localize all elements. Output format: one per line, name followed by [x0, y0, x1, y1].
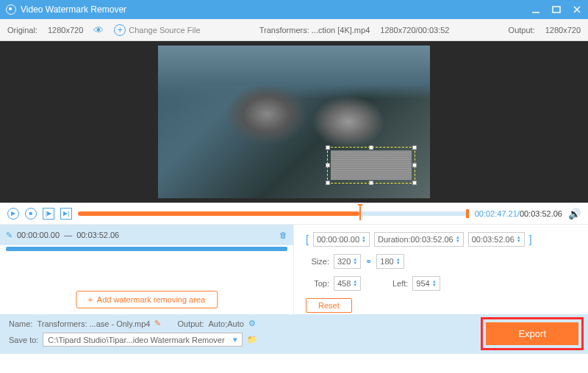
stop-button[interactable]: ■ [25, 208, 37, 220]
segment-start: 00:00:00.00 [17, 231, 60, 239]
preview-toggle-icon[interactable]: 👁 [93, 24, 104, 36]
save-path-input[interactable]: C:\Tipard Studio\Tipar...ideo Watermark … [43, 333, 242, 347]
left-input[interactable]: 954▲▼ [412, 276, 440, 291]
change-source-label: Change Source File [129, 26, 200, 35]
delete-segment-icon[interactable]: 🗑 [279, 231, 287, 239]
timeline-time: 00:02:47.21/00:03:52.06 [475, 209, 562, 218]
output-settings-icon[interactable]: ⚙ [248, 319, 256, 328]
maximize-button[interactable] [551, 4, 562, 15]
app-logo-icon [6, 4, 16, 15]
export-button[interactable]: Export [486, 322, 578, 345]
mark-out-button[interactable]: ▶] [60, 208, 72, 220]
spin-down[interactable]: ▼ [362, 239, 366, 243]
edit-name-icon[interactable]: ✎ [154, 319, 161, 328]
resize-handle[interactable] [412, 181, 417, 185]
timeline-progress [78, 211, 359, 216]
titlebar: Video Watermark Remover [0, 0, 588, 19]
width-input[interactable]: 320▲▼ [334, 254, 361, 269]
duration-input[interactable]: Duration:00:03:52.06▲▼ [374, 232, 464, 247]
watermark-selection-box[interactable] [327, 147, 415, 184]
segments-panel: ✎ 00:00:00.00 — 00:03:52.06 🗑 + Add wate… [0, 225, 294, 314]
start-time-input[interactable]: 00:00:00.00▲▼ [313, 232, 370, 247]
segment-row[interactable]: ✎ 00:00:00.00 — 00:03:52.06 🗑 [0, 225, 293, 245]
link-aspect-icon[interactable]: ⚭ [365, 257, 372, 267]
info-bar: Original: 1280x720 👁 +Change Source File… [0, 19, 588, 41]
output-label: Output: [509, 26, 535, 35]
open-folder-icon[interactable]: 📁 [247, 335, 257, 344]
spin-down[interactable]: ▼ [353, 261, 357, 265]
spin-down[interactable]: ▼ [353, 283, 357, 287]
chevron-down-icon[interactable]: ▾ [233, 335, 237, 344]
spin-down[interactable]: ▼ [432, 283, 437, 287]
output-resolution: 1280x720 [545, 26, 581, 35]
top-label: Top: [306, 279, 329, 288]
close-button[interactable] [572, 4, 582, 15]
file-name: Transformers: ...ction [4K].mp4 [259, 26, 370, 35]
timeline-end-marker[interactable] [466, 209, 469, 218]
spin-down[interactable]: ▼ [396, 261, 401, 265]
minimize-button[interactable] [531, 4, 541, 15]
end-time-input[interactable]: 00:03:52.06▲▼ [468, 232, 525, 247]
footer-bar: Name: Transformers: ...ase - Only.mp4 ✎ … [0, 314, 588, 354]
svg-rect-1 [553, 7, 560, 12]
original-resolution: 1280x720 [48, 26, 83, 35]
save-to-label: Save to: [9, 336, 38, 344]
original-label: Original: [7, 26, 37, 35]
resize-handle[interactable] [412, 145, 417, 150]
output-fmt-label: Output: [177, 319, 204, 328]
file-res-duration: 1280x720/00:03:52 [380, 26, 449, 35]
size-label: Size: [306, 257, 329, 266]
video-frame [158, 46, 430, 198]
top-input[interactable]: 458▲▼ [334, 276, 361, 291]
timeline-bar: ▶ ■ [▶ ▶] 00:02:47.21/00:03:52.06 🔊 [0, 203, 588, 225]
play-button[interactable]: ▶ [7, 208, 19, 220]
resize-handle[interactable] [326, 181, 330, 185]
name-label: Name: [9, 319, 32, 328]
timeline-track[interactable] [78, 211, 469, 216]
add-watermark-area-button[interactable]: + Add watermark removing area [76, 291, 218, 308]
resize-handle[interactable] [326, 145, 330, 150]
output-fmt-value: Auto;Auto [209, 319, 244, 328]
left-label: Left: [384, 279, 408, 288]
bracket-left-icon[interactable]: [ [306, 233, 309, 245]
resize-handle[interactable] [326, 163, 330, 167]
change-source-button[interactable]: +Change Source File [114, 24, 200, 36]
name-value: Transformers: ...ase - Only.mp4 [37, 319, 150, 328]
reset-button[interactable]: Reset [306, 298, 352, 313]
resize-handle[interactable] [412, 163, 417, 167]
height-input[interactable]: 180▲▼ [376, 254, 404, 269]
resize-handle[interactable] [369, 145, 373, 150]
playhead-icon[interactable] [359, 207, 361, 220]
app-title: Video Watermark Remover [21, 4, 531, 15]
brush-icon: ✎ [6, 231, 12, 240]
spin-down[interactable]: ▼ [517, 239, 521, 243]
bracket-right-icon[interactable]: ] [529, 233, 532, 245]
segment-sep: — [64, 231, 72, 239]
mark-in-button[interactable]: [▶ [43, 208, 54, 220]
segment-track[interactable] [6, 247, 287, 251]
video-preview[interactable] [0, 41, 588, 203]
properties-panel: [ 00:00:00.00▲▼ Duration:00:03:52.06▲▼ 0… [294, 225, 588, 314]
segment-end: 00:03:52.06 [76, 231, 119, 239]
spin-down[interactable]: ▼ [456, 239, 460, 243]
volume-icon[interactable]: 🔊 [568, 208, 581, 220]
export-highlight: Export [481, 317, 584, 350]
resize-handle[interactable] [369, 181, 373, 185]
plus-icon: + [114, 24, 126, 36]
